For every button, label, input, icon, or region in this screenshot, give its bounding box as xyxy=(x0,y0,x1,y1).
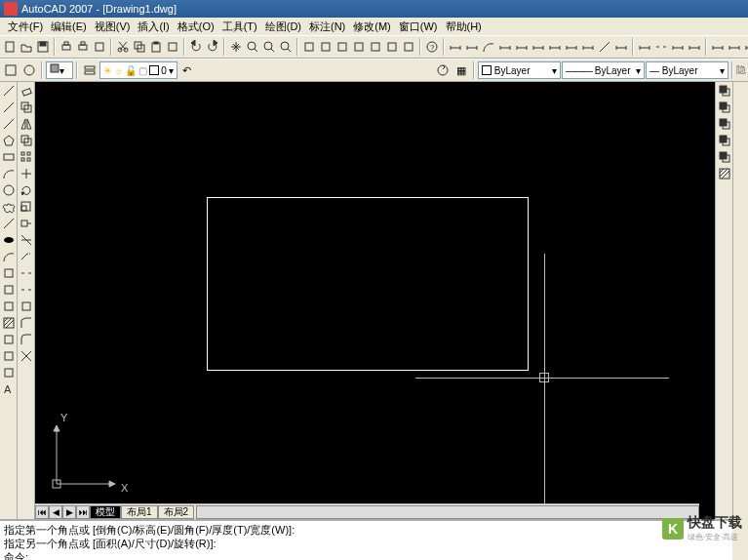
point-icon[interactable] xyxy=(1,299,17,314)
dim-update-icon[interactable] xyxy=(743,38,748,56)
menu-insert[interactable]: 插入(I) xyxy=(134,20,173,34)
layer-state-icon[interactable]: ▦ xyxy=(453,61,470,79)
tab-first-icon[interactable]: ⏮ xyxy=(35,505,49,519)
dim-space-icon[interactable] xyxy=(637,38,652,56)
pline-icon[interactable] xyxy=(1,116,17,132)
text-front-icon[interactable] xyxy=(717,149,732,165)
layer-drop[interactable]: ☀☼🔓▢ 0 ▾ xyxy=(99,61,177,79)
hscroll[interactable] xyxy=(196,505,699,519)
copy-obj-icon[interactable] xyxy=(19,100,34,115)
insert-icon[interactable] xyxy=(1,265,17,281)
dim-center-icon[interactable] xyxy=(687,38,702,56)
calc-icon[interactable] xyxy=(384,38,400,56)
menu-window[interactable]: 窗口(W) xyxy=(395,20,442,34)
props-icon[interactable] xyxy=(301,38,317,56)
offset-icon[interactable] xyxy=(19,133,34,148)
extend-icon[interactable] xyxy=(19,249,34,264)
circle-icon[interactable] xyxy=(1,182,17,198)
tab-last-icon[interactable]: ⏭ xyxy=(76,505,90,519)
cui-icon[interactable] xyxy=(401,38,416,56)
drawing-canvas[interactable]: Y X ⏮ ◀ ▶ ⏭ 模型 布局1 布局2 xyxy=(35,82,715,519)
menu-format[interactable]: 格式(O) xyxy=(174,20,218,34)
dim-continue-icon[interactable] xyxy=(613,38,629,56)
ellipse-icon[interactable] xyxy=(1,232,17,248)
model-tab[interactable]: 模型 xyxy=(90,505,121,519)
tab-next-icon[interactable]: ▶ xyxy=(62,505,76,519)
spline-icon[interactable] xyxy=(1,216,17,231)
publish-icon[interactable] xyxy=(92,38,107,56)
print-icon[interactable] xyxy=(59,38,74,56)
block-icon[interactable] xyxy=(1,282,17,298)
new-icon[interactable] xyxy=(2,38,18,56)
dim-quick-icon[interactable] xyxy=(580,38,596,56)
zoom-win-icon[interactable] xyxy=(261,38,277,56)
save-icon[interactable] xyxy=(35,38,51,56)
command-line[interactable]: 指定第一个角点或 [倒角(C)/标高(E)/圆角(F)/厚度(T)/宽度(W)]… xyxy=(0,519,732,560)
plot-preview-icon[interactable] xyxy=(75,38,91,56)
xline-icon[interactable] xyxy=(1,100,17,115)
back-icon[interactable] xyxy=(717,100,732,115)
markup-icon[interactable] xyxy=(368,38,383,56)
stretch-icon[interactable] xyxy=(19,216,34,231)
menu-help[interactable]: 帮助(H) xyxy=(442,20,486,34)
dim-radius-icon[interactable] xyxy=(514,38,530,56)
match-icon[interactable] xyxy=(165,38,180,56)
layout1-tab[interactable]: 布局1 xyxy=(121,505,158,519)
ws-settings-icon[interactable] xyxy=(20,61,38,79)
dim-jogged-icon[interactable] xyxy=(531,38,546,56)
mtext-icon[interactable]: A xyxy=(1,381,17,397)
menu-dim[interactable]: 标注(N) xyxy=(305,20,349,34)
color-drop[interactable]: ByLayer▾ xyxy=(478,61,561,79)
break-icon[interactable] xyxy=(19,282,34,298)
cut-icon[interactable] xyxy=(115,38,131,56)
menu-modify[interactable]: 修改(M) xyxy=(349,20,395,34)
pan-icon[interactable] xyxy=(228,38,244,56)
dim-tedit-icon[interactable] xyxy=(727,38,742,56)
table-icon[interactable] xyxy=(1,365,17,380)
linetype-drop[interactable]: ——— ByLayer▾ xyxy=(562,61,645,79)
join-icon[interactable] xyxy=(19,299,34,314)
regen-icon[interactable] xyxy=(434,61,452,79)
dim-diameter-icon[interactable] xyxy=(547,38,563,56)
ellipse-arc-icon[interactable] xyxy=(1,249,17,264)
dim-tol-icon[interactable] xyxy=(670,38,686,56)
lineweight-drop[interactable]: — ByLayer▾ xyxy=(646,61,728,79)
region-icon[interactable] xyxy=(1,348,17,364)
line-icon[interactable] xyxy=(1,83,17,99)
fillet-icon[interactable] xyxy=(19,332,34,347)
hatch-icon[interactable] xyxy=(1,315,17,331)
array-icon[interactable] xyxy=(19,149,34,165)
help-icon[interactable]: ? xyxy=(424,38,440,56)
dim-edit-icon[interactable] xyxy=(710,38,726,56)
paste-icon[interactable] xyxy=(148,38,164,56)
zoom-rt-icon[interactable] xyxy=(245,38,260,56)
zoom-prev-icon[interactable] xyxy=(278,38,294,56)
copy-icon[interactable] xyxy=(132,38,147,56)
front-icon[interactable] xyxy=(717,83,732,99)
trim-icon[interactable] xyxy=(19,232,34,248)
workspace-drop[interactable]: ▾ xyxy=(46,61,73,79)
mirror-icon[interactable] xyxy=(19,116,34,132)
layer-prev-icon[interactable]: ↶ xyxy=(178,61,196,79)
menu-view[interactable]: 视图(V) xyxy=(91,20,135,34)
dim-angular-icon[interactable] xyxy=(564,38,579,56)
menu-draw[interactable]: 绘图(D) xyxy=(261,20,305,34)
erase-icon[interactable] xyxy=(19,83,34,99)
dcenter-icon[interactable] xyxy=(318,38,334,56)
scale-icon[interactable] xyxy=(19,199,34,215)
layout2-tab[interactable]: 布局2 xyxy=(158,505,195,519)
rectangle-icon[interactable] xyxy=(1,149,17,165)
sheet-icon[interactable] xyxy=(351,38,367,56)
chamfer-icon[interactable] xyxy=(19,315,34,331)
polygon-icon[interactable] xyxy=(1,133,17,148)
tab-prev-icon[interactable]: ◀ xyxy=(49,505,62,519)
menu-tools[interactable]: 工具(T) xyxy=(218,20,261,34)
break-pt-icon[interactable] xyxy=(19,265,34,281)
menu-file[interactable]: 文件(F) xyxy=(4,20,47,34)
revcloud-icon[interactable] xyxy=(1,199,17,215)
rotate-icon[interactable] xyxy=(19,182,34,198)
ws-switch-icon[interactable] xyxy=(2,61,20,79)
layer-props-icon[interactable] xyxy=(81,61,98,79)
dim-arc-icon[interactable] xyxy=(481,38,496,56)
arc-icon[interactable] xyxy=(1,166,17,181)
